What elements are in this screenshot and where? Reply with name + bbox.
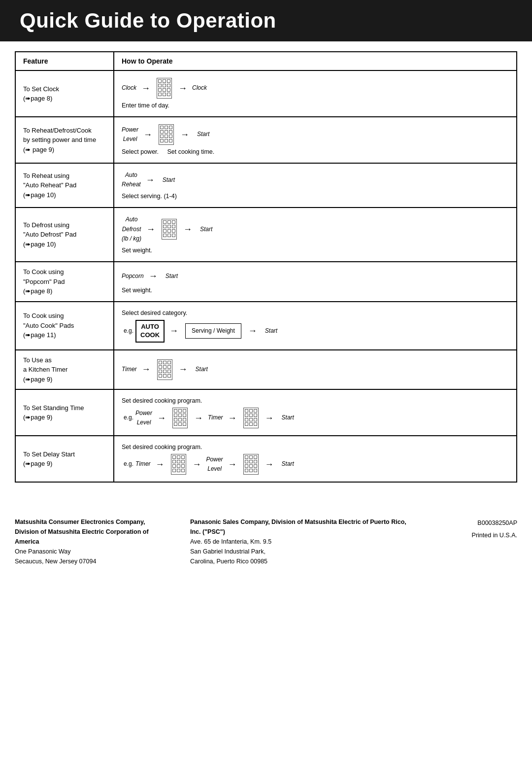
clock-label-2: Clock xyxy=(192,83,207,93)
note-auto-cook-1: Select desired category. xyxy=(122,308,509,318)
footer-left-bold: Matsushita Consumer Electronics Company,… xyxy=(15,517,161,547)
power-level-delay: PowerLevel xyxy=(206,455,223,474)
serving-weight-box: Serving / Weight xyxy=(185,323,241,339)
footer-right: B00038250AP Printed in U.S.A. xyxy=(438,517,517,542)
col-feature-header: Feature xyxy=(15,52,114,70)
arrow-6a: → xyxy=(169,324,178,338)
feature-set-clock: To Set Clock (➠page 8) xyxy=(15,70,114,117)
footer: Matsushita Consumer Electronics Company,… xyxy=(0,507,532,581)
timer-label-7: Timer xyxy=(122,365,137,374)
auto-reheat-label: AutoReheat xyxy=(122,171,141,189)
footer-left-line1: One Panasonic Way xyxy=(15,547,161,556)
arrow-5: → xyxy=(149,269,158,283)
arrow-9b: → xyxy=(193,457,201,472)
footer-left-line2: Secaucus, New Jersey 07094 xyxy=(15,556,161,566)
arrow-1b: → xyxy=(178,81,187,96)
arrow-8d: → xyxy=(265,411,274,425)
start-2: Start xyxy=(197,130,209,139)
footer-center: Panasonic Sales Company, Division of Mat… xyxy=(190,517,409,566)
power-level-label: PowerLevel xyxy=(122,125,138,144)
eg-auto-cook: e.g. xyxy=(124,326,133,336)
arrow-3: → xyxy=(146,173,155,187)
note-auto-defrost: Set weight. xyxy=(122,245,509,255)
operate-auto-reheat: AutoReheat → Start Select serving. (1-4) xyxy=(114,163,517,208)
row-auto-cook: To Cook using "Auto Cook" Pads (➠page 11… xyxy=(15,302,517,350)
page-ref-auto-cook: (➠page 11) xyxy=(23,331,56,339)
page-ref-auto-defrost: (➠page 10) xyxy=(23,241,56,248)
footer-printed: Printed in U.S.A. xyxy=(438,529,517,542)
keypad-timer xyxy=(157,359,172,380)
arrow-4b: → xyxy=(183,222,192,237)
arrow-8a: → xyxy=(157,411,166,425)
guide-table: Feature How to Operate To Set Clock (➠pa… xyxy=(15,51,517,483)
row-auto-defrost: To Defrost using "Auto Defrost" Pad (➠pa… xyxy=(15,208,517,262)
page-ref-standing: (➠page 9) xyxy=(23,414,52,421)
keypad-power xyxy=(159,124,174,145)
page-ref-reheat: (➠ page 9) xyxy=(23,146,54,153)
timer-label-standing: Timer xyxy=(208,413,223,422)
keypad-standing-2 xyxy=(243,408,259,428)
operate-delay-start: Set desired cooking program. e.g. Timer … xyxy=(114,436,517,482)
operate-set-clock: Clock → → Clock Enter time of day. xyxy=(114,70,517,117)
footer-center-bold: Panasonic Sales Company, Division of Mat… xyxy=(190,517,409,537)
arrow-6b: → xyxy=(248,324,257,338)
arrow-8c: → xyxy=(228,411,237,425)
footer-center-line1: Ave. 65 de Infanteria, Km. 9.5 xyxy=(190,537,409,547)
footer-center-line3: Carolina, Puerto Rico 00985 xyxy=(190,556,409,566)
start-8: Start xyxy=(282,413,294,422)
col-operate-header: How to Operate xyxy=(114,52,517,70)
operate-auto-cook: Select desired category. e.g. AUTOCOOK →… xyxy=(114,302,517,350)
row-reheat-defrost: To Reheat/Defrost/Cook by setting power … xyxy=(15,117,517,163)
note-delay-1: Set desired cooking program. xyxy=(122,442,509,452)
page-ref-kitchen-timer: (➠page 9) xyxy=(23,376,52,383)
note-popcorn: Set weight. xyxy=(122,285,509,295)
keypad-standing-1 xyxy=(172,408,188,428)
arrow-9c: → xyxy=(228,457,237,472)
row-delay-start: To Set Delay Start (➠page 9) Set desired… xyxy=(15,436,517,482)
arrow-7b: → xyxy=(179,362,188,377)
keypad-delay-1 xyxy=(171,454,186,475)
feature-reheat-defrost: To Reheat/Defrost/Cook by setting power … xyxy=(15,117,114,163)
arrow-1a: → xyxy=(141,81,150,96)
start-6: Start xyxy=(265,326,277,336)
clock-label-1: Clock xyxy=(122,83,136,93)
auto-cook-box: AUTOCOOK xyxy=(135,320,165,343)
keypad-defrost xyxy=(162,219,177,240)
page-ref-popcorn: (➠page 8) xyxy=(23,287,52,295)
start-4: Start xyxy=(200,225,212,234)
page-ref-clock: (➠page 8) xyxy=(23,95,52,102)
operate-popcorn: Popcorn → Start Set weight. xyxy=(114,262,517,302)
arrow-7a: → xyxy=(142,362,151,377)
arrow-8b: → xyxy=(194,411,203,425)
page-ref-auto-reheat: (➠page 10) xyxy=(23,191,56,199)
auto-defrost-label: AutoDefrost(lb / kg) xyxy=(122,215,141,243)
row-set-clock: To Set Clock (➠page 8) Clock → xyxy=(15,70,517,117)
arrow-2a: → xyxy=(143,128,152,142)
footer-center-line2: San Gabriel Industrial Park, xyxy=(190,547,409,556)
arrow-2b: → xyxy=(180,128,189,142)
footer-left: Matsushita Consumer Electronics Company,… xyxy=(15,517,161,566)
feature-kitchen-timer: To Use as a Kitchen Timer (➠page 9) xyxy=(15,350,114,390)
operate-kitchen-timer: Timer → → Start xyxy=(114,350,517,390)
row-popcorn: To Cook using "Popcorn" Pad (➠page 8) Po… xyxy=(15,262,517,302)
row-auto-reheat: To Reheat using "Auto Reheat" Pad (➠page… xyxy=(15,163,517,208)
popcorn-label: Popcorn xyxy=(122,272,144,281)
page-title: Quick Guide to Operation xyxy=(0,0,532,41)
start-9: Start xyxy=(282,459,294,469)
row-kitchen-timer: To Use as a Kitchen Timer (➠page 9) Time… xyxy=(15,350,517,390)
feature-popcorn: To Cook using "Popcorn" Pad (➠page 8) xyxy=(15,262,114,302)
start-5: Start xyxy=(166,272,178,281)
feature-auto-reheat: To Reheat using "Auto Reheat" Pad (➠page… xyxy=(15,163,114,208)
start-7: Start xyxy=(196,365,208,374)
arrow-9d: → xyxy=(265,457,274,472)
footer-model: B00038250AP xyxy=(438,517,517,529)
feature-delay-start: To Set Delay Start (➠page 9) xyxy=(15,436,114,482)
note-standing-1: Set desired cooking program. xyxy=(122,396,509,406)
operate-standing-time: Set desired cooking program. e.g. PowerL… xyxy=(114,389,517,436)
note-reheat: Select power. Set cooking time. xyxy=(122,147,509,157)
keypad-delay-2 xyxy=(243,454,259,475)
eg-delay: e.g. xyxy=(124,459,133,469)
eg-standing: e.g. xyxy=(124,413,133,422)
feature-auto-cook: To Cook using "Auto Cook" Pads (➠page 11… xyxy=(15,302,114,350)
operate-auto-defrost: AutoDefrost(lb / kg) → → Start Set weigh… xyxy=(114,208,517,262)
